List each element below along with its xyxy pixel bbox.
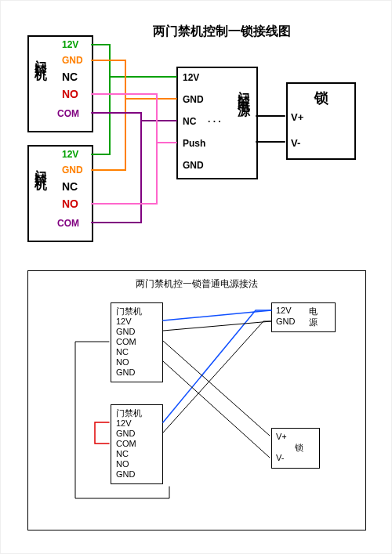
diagram-top: 两门禁机控制一锁接线图 门禁机 12V GND NC NO COM 门禁机 12… xyxy=(27,24,365,259)
wires-top xyxy=(27,24,365,259)
diagram-bottom: 两门禁机控一锁普通电源接法 门禁机 12V GND COM NC NO GND … xyxy=(27,270,366,530)
wires-bottom xyxy=(28,271,365,530)
